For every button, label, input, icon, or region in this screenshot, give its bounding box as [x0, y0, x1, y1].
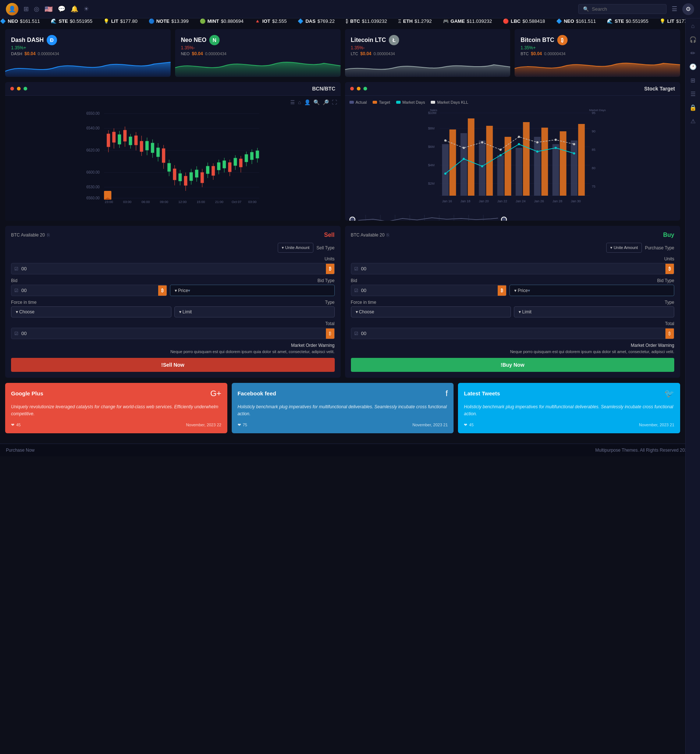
sidebar-home-icon[interactable]: ⌂: [691, 23, 695, 30]
svg-point-127: [554, 139, 556, 141]
sell-total-input[interactable]: [21, 328, 326, 339]
theme-icon[interactable]: ⚙: [682, 3, 694, 15]
buy-now-button[interactable]: !Buy Now: [351, 358, 675, 372]
fullscreen-icon[interactable]: ⛶: [332, 99, 337, 105]
twitter-like-count: 45: [469, 423, 473, 427]
buy-units-label-row: Units: [351, 256, 675, 262]
svg-rect-65: [250, 152, 253, 160]
zoom-out-icon[interactable]: 🔎: [323, 99, 329, 105]
buy-type-label: Purchase Type: [645, 245, 674, 250]
sun-icon[interactable]: ☀: [83, 5, 89, 13]
buy-total-input[interactable]: [361, 328, 666, 339]
dash-badge: Đ: [47, 35, 57, 45]
sell-total-label-row: Total: [11, 321, 335, 326]
sell-panel-header: BTC Available 20 ⎘ Sell: [11, 232, 335, 238]
buy-type-row: ▾ Unite Amount Purchase Type: [351, 243, 675, 253]
copy-icon-buy[interactable]: ⎘: [387, 233, 389, 237]
buy-price-select[interactable]: ▾ Price: [509, 285, 674, 296]
legend-market-days: Market Days: [396, 100, 425, 105]
facebook-date: November, 2023 21: [412, 423, 448, 427]
svg-text:6530.00: 6530.00: [86, 185, 100, 189]
buy-unite-amount-btn[interactable]: ▾ Unite Amount: [606, 243, 642, 253]
facebook-like-count: 75: [243, 423, 247, 427]
sell-bid-prefix: ☑: [11, 286, 21, 296]
btc-title: Bitcoin BTC ₿: [520, 35, 674, 45]
heart-icon3: ❤: [464, 423, 467, 428]
minimize-dot2[interactable]: [357, 87, 361, 91]
stock-panel-controls: [350, 87, 367, 91]
crypto-cards-grid: Dash DASH Đ 1.35%+ DASH $0.04 0.00000434: [5, 29, 680, 77]
bell-icon[interactable]: 🔔: [70, 5, 78, 13]
svg-rect-23: [162, 148, 165, 162]
sell-available: BTC Available 20 ⎘: [11, 233, 50, 237]
sell-total-label: Total: [325, 321, 334, 326]
flag-icon[interactable]: 🇺🇸: [45, 5, 53, 13]
sidebar-grid-icon[interactable]: ⊞: [691, 77, 695, 84]
sell-now-button[interactable]: !Sell Now: [11, 358, 335, 372]
home-icon[interactable]: ⌂: [298, 99, 301, 105]
maximize-dot[interactable]: [23, 87, 27, 91]
twitter-icon: 🐦: [664, 389, 674, 398]
sell-bid-type-label: Bid Type: [317, 278, 334, 283]
menu-icon[interactable]: ☰: [672, 5, 677, 13]
btc-change: 1.35%+: [520, 45, 674, 50]
sell-panel: BTC Available 20 ⎘ Sell ▾ Unite Amount S…: [5, 226, 341, 378]
person-icon[interactable]: 👤: [304, 99, 311, 105]
sidebar-headphones-icon[interactable]: 🎧: [689, 36, 697, 43]
buy-available: BTC Available 20 ⎘: [351, 233, 389, 237]
buy-choose-btn[interactable]: ▾ Choose: [351, 306, 511, 317]
sell-total-suffix: ₿: [326, 328, 334, 339]
buy-bid-input[interactable]: [361, 285, 498, 296]
grid-icon[interactable]: ⊞: [23, 5, 29, 13]
list-icon[interactable]: ☰: [290, 99, 295, 105]
svg-point-124: [499, 148, 502, 151]
buy-total-label-row: Total: [351, 321, 675, 326]
sell-units-input[interactable]: [21, 263, 326, 274]
sell-limit-btn[interactable]: ▾ Limit: [174, 306, 335, 317]
crypto-card-dash: Dash DASH Đ 1.35%+ DASH $0.04 0.00000434: [5, 29, 171, 77]
svg-point-118: [536, 150, 538, 153]
sell-bid-input[interactable]: [21, 285, 158, 296]
twitter-header: Latest Tweets 🐦: [464, 389, 674, 398]
svg-point-119: [554, 147, 556, 149]
sell-unite-amount-btn[interactable]: ▾ Unite Amount: [278, 243, 313, 253]
avatar[interactable]: 👤: [6, 3, 19, 16]
crypto-card-neo: Neo NEO N 1.35%- NEO $0.04 0.00000434: [175, 29, 341, 77]
facebook-likes: ❤ 75: [238, 423, 247, 428]
buy-units-input[interactable]: [361, 263, 666, 274]
svg-text:Jan 24: Jan 24: [516, 199, 525, 203]
chart-toolbar: ☰ ⌂ 👤 🔍 🔎 ⛶: [9, 99, 337, 105]
svg-text:6540.00: 6540.00: [86, 126, 100, 130]
twitter-text: Holisticly benchmark plug imperatives fo…: [464, 403, 674, 417]
target-icon[interactable]: ◎: [34, 5, 39, 13]
copy-icon-sell[interactable]: ⎘: [47, 233, 50, 237]
chat-icon[interactable]: 💬: [58, 5, 66, 13]
maximize-dot2[interactable]: [363, 87, 367, 91]
svg-rect-51: [190, 173, 193, 181]
close-dot2[interactable]: [350, 87, 354, 91]
buy-bid-label: Bid: [351, 278, 357, 283]
svg-rect-100: [467, 119, 474, 196]
minimize-dot[interactable]: [17, 87, 20, 91]
buy-panel: BTC Available 20 ⎘ Buy ▾ Unite Amount Pu…: [345, 226, 681, 378]
sidebar-clock-icon[interactable]: 🕐: [689, 63, 697, 70]
btc-symbol: BTC: [520, 52, 528, 56]
svg-point-125: [517, 136, 520, 138]
sell-choose-btn[interactable]: ▾ Choose: [11, 306, 172, 317]
sidebar-warning-icon[interactable]: ⚠: [691, 118, 695, 125]
zoom-in-icon[interactable]: 🔍: [313, 99, 320, 105]
svg-text:15:00: 15:00: [197, 200, 205, 204]
search-input[interactable]: [592, 6, 662, 12]
sidebar-pencil-icon[interactable]: ✏: [691, 50, 695, 57]
close-dot[interactable]: [10, 87, 14, 91]
sell-price-select[interactable]: ▾ Price: [170, 285, 335, 296]
sell-price-label: ▾ Price: [175, 288, 188, 293]
buy-limit-btn[interactable]: ▾ Limit: [514, 306, 674, 317]
sidebar-list-icon[interactable]: ☰: [691, 91, 695, 97]
twitter-card: Latest Tweets 🐦 Holisticly benchmark plu…: [458, 383, 680, 433]
google-icon: G+: [210, 389, 222, 398]
ticker-item: 🔷 DAS $769.22: [298, 19, 334, 24]
legend-kll-label: Market Days KLL: [437, 100, 468, 105]
sidebar-lock-icon[interactable]: 🔒: [689, 104, 697, 111]
svg-rect-109: [552, 144, 559, 196]
